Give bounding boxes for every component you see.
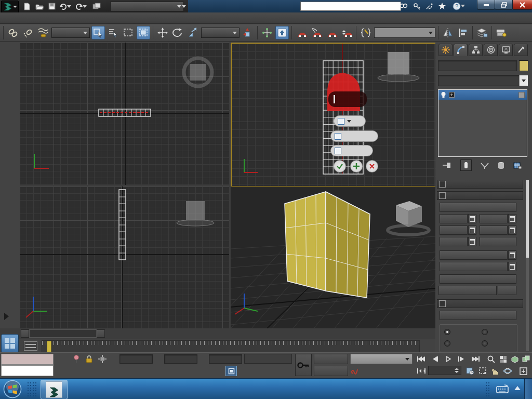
auto-key-button[interactable] xyxy=(314,354,348,364)
next-frame-button[interactable] xyxy=(97,329,105,338)
caddy-ok-button[interactable] xyxy=(334,160,346,172)
tab-display[interactable] xyxy=(499,44,513,56)
visibility-bulb-icon[interactable] xyxy=(441,91,446,98)
expand-tray-arrow[interactable] xyxy=(4,313,9,320)
bevel-settings-button[interactable] xyxy=(468,225,476,235)
pan-hand-icon[interactable] xyxy=(489,366,501,376)
macro-recorder-field[interactable] xyxy=(1,354,54,365)
open-file-button[interactable] xyxy=(34,2,45,11)
time-slider-handle[interactable] xyxy=(47,341,51,352)
percent-snap-button[interactable] xyxy=(325,26,338,39)
favorites-star-icon[interactable] xyxy=(436,1,448,11)
viewport-perspective[interactable] xyxy=(231,187,435,328)
select-and-link-icon[interactable] xyxy=(6,26,20,39)
caddy-outline-field[interactable] xyxy=(330,145,373,156)
restore-button[interactable] xyxy=(495,0,513,10)
make-unique-icon[interactable] xyxy=(480,162,489,169)
viewcube-top[interactable] xyxy=(184,58,212,86)
timeline-ruler[interactable] xyxy=(42,340,420,353)
select-and-manipulate-button[interactable] xyxy=(260,26,274,39)
align-button[interactable] xyxy=(456,26,470,39)
object-name-field[interactable] xyxy=(438,60,517,71)
unlink-selection-icon[interactable] xyxy=(21,26,35,39)
bevel-button[interactable] xyxy=(440,225,468,235)
edit-named-selection-sets-button[interactable] xyxy=(359,26,373,39)
retriangulate-button[interactable] xyxy=(438,286,497,295)
viewcube-left[interactable] xyxy=(177,201,214,226)
selection-lock-icon[interactable] xyxy=(83,354,95,364)
search-input[interactable] xyxy=(300,2,401,11)
maximize-viewport-toggle[interactable] xyxy=(517,366,529,376)
flip-button[interactable] xyxy=(480,237,516,246)
project-folder-icon[interactable] xyxy=(91,2,102,11)
select-and-move-button[interactable] xyxy=(156,26,169,39)
zoom-button[interactable] xyxy=(485,354,497,364)
selection-region-button[interactable] xyxy=(122,26,135,39)
named-selection-set-dropdown[interactable] xyxy=(374,28,435,38)
spinner-snap-button[interactable] xyxy=(340,26,353,39)
select-by-name-button[interactable] xyxy=(107,26,120,39)
orbit-icon[interactable] xyxy=(502,366,513,376)
mini-curve-editor-button[interactable] xyxy=(24,341,37,351)
outline-button[interactable] xyxy=(480,214,508,223)
mirror-button[interactable] xyxy=(441,26,455,39)
caddy-height-field[interactable] xyxy=(330,130,378,142)
rollout-edit-polygons[interactable] xyxy=(437,191,523,200)
show-desktop-button[interactable] xyxy=(524,379,532,399)
go-to-start-button[interactable] xyxy=(416,354,427,364)
stack-item-box[interactable] xyxy=(438,100,527,109)
spinner-arrows-icon[interactable] xyxy=(455,368,459,373)
play-button[interactable] xyxy=(443,354,454,364)
reference-coordsys-dropdown[interactable] xyxy=(201,28,240,38)
tab-motion[interactable] xyxy=(484,44,498,56)
y-coord-field[interactable] xyxy=(164,354,197,364)
close-button[interactable] xyxy=(512,0,532,10)
maxscript-listener-field[interactable] xyxy=(1,365,54,376)
rollout-geometry-collapse-icon[interactable] xyxy=(439,300,446,307)
rollout-collapse-icon[interactable] xyxy=(439,192,446,199)
redo-history-caret[interactable] xyxy=(82,2,87,11)
modifier-list-caret[interactable] xyxy=(519,75,528,86)
insert-vertex-button[interactable] xyxy=(440,203,516,212)
caddy-group-dropdown[interactable] xyxy=(334,115,366,127)
constraint-edge-radio[interactable] xyxy=(482,329,490,335)
save-file-button[interactable] xyxy=(47,2,57,11)
constraint-normal-radio[interactable] xyxy=(482,340,490,347)
render-setup-button[interactable] xyxy=(495,26,508,39)
inset-settings-button[interactable] xyxy=(508,225,516,235)
app-menu-button[interactable] xyxy=(1,1,19,13)
viewcube-front[interactable] xyxy=(378,52,419,82)
communication-center-icon[interactable] xyxy=(424,1,435,11)
turn-button[interactable] xyxy=(498,286,516,295)
outline-settings-button[interactable] xyxy=(508,214,516,223)
snaps-toggle-button[interactable] xyxy=(295,26,308,39)
door-top-view[interactable] xyxy=(99,109,151,116)
modifier-list-dropdown[interactable] xyxy=(438,75,528,86)
previous-key-button[interactable] xyxy=(429,354,441,364)
stack-item-editpoly[interactable] xyxy=(438,90,527,100)
angle-snap-button[interactable] xyxy=(310,26,323,39)
go-to-end-button[interactable] xyxy=(470,354,481,364)
viewport-layout-tabs-button[interactable] xyxy=(1,334,19,353)
set-keys-button[interactable] xyxy=(295,354,312,376)
panel-scrollbar[interactable] xyxy=(526,180,529,351)
current-frame-spinner[interactable] xyxy=(428,366,461,375)
caddy-cancel-button[interactable] xyxy=(366,160,378,172)
edit-triangulation-button[interactable] xyxy=(440,274,516,284)
select-object-button[interactable] xyxy=(91,26,105,39)
constraint-face-radio[interactable] xyxy=(444,340,453,347)
selection-filter-dropdown[interactable] xyxy=(51,28,90,38)
extrude-along-spline-settings-button[interactable] xyxy=(508,262,516,271)
tab-create[interactable] xyxy=(438,44,453,56)
set-key-button[interactable] xyxy=(314,366,348,376)
extrude-settings-button[interactable] xyxy=(468,214,476,223)
stack-toggle-box[interactable] xyxy=(518,92,525,98)
new-file-button[interactable] xyxy=(22,2,32,11)
remove-modifier-icon[interactable] xyxy=(498,162,504,169)
bridge-button[interactable] xyxy=(440,237,468,246)
configure-modifier-sets-icon[interactable] xyxy=(513,162,522,169)
help-caret-icon[interactable] xyxy=(460,1,466,11)
caddy-apply-button[interactable] xyxy=(350,160,363,172)
select-and-rotate-button[interactable] xyxy=(171,26,184,39)
hinge-from-edge-button[interactable] xyxy=(440,250,508,260)
